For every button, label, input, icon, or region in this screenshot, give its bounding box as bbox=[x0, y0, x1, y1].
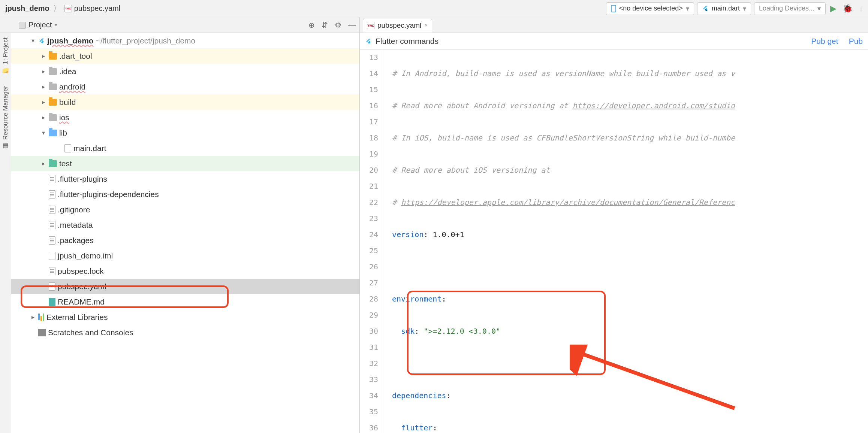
tree-item-label: .flutter-plugins bbox=[58, 175, 107, 184]
collapse-all-icon[interactable]: ⇵ bbox=[322, 21, 328, 30]
project-pane-header: Project ▾ ⊕ ⇵ ⚙ — bbox=[0, 17, 360, 33]
editor-tab-bar: YML pubspec.yaml × bbox=[360, 17, 435, 33]
line-number: 30 bbox=[360, 323, 378, 339]
tree-item-label: jpush_demo.iml bbox=[58, 251, 113, 260]
tree-item-ios[interactable]: ▸ ios bbox=[11, 110, 359, 125]
more-toolbar-button[interactable]: ⋮ bbox=[857, 4, 865, 13]
project-pane-label[interactable]: Project bbox=[28, 21, 52, 29]
editor-tab-pubspec[interactable]: YML pubspec.yaml × bbox=[363, 19, 432, 32]
settings-icon[interactable]: ⚙ bbox=[335, 21, 341, 30]
disclosure-closed-icon[interactable]: ▸ bbox=[40, 52, 46, 60]
folder-icon bbox=[49, 160, 57, 167]
tree-item-test[interactable]: ▸ test bbox=[11, 156, 359, 171]
chevron-down-icon: ▾ bbox=[743, 4, 746, 13]
sidetab-resource-manager[interactable]: ▤ Resource Manager bbox=[2, 86, 9, 150]
library-icon bbox=[38, 314, 44, 321]
line-number: 27 bbox=[360, 275, 378, 291]
hide-panel-icon[interactable]: — bbox=[348, 21, 356, 29]
tree-item-main-dart[interactable]: main.dart bbox=[11, 140, 359, 156]
tree-item-pubspec-lock[interactable]: pubspec.lock bbox=[11, 263, 359, 279]
tree-item-label: ios bbox=[59, 113, 69, 122]
disclosure-closed-icon[interactable]: ▸ bbox=[40, 68, 46, 75]
disclosure-closed-icon[interactable]: ▸ bbox=[40, 160, 46, 167]
line-number: 18 bbox=[360, 130, 378, 146]
code-text: ">=2.12.0 <3.0.0" bbox=[424, 323, 500, 339]
sub-toolbar: Project ▾ ⊕ ⇵ ⚙ — YML pubspec.yaml × bbox=[0, 17, 868, 33]
debug-button[interactable]: 🐞 bbox=[841, 2, 854, 15]
run-button[interactable]: ▶ bbox=[829, 2, 838, 15]
code-text: flutter bbox=[401, 420, 433, 433]
tree-item-lib[interactable]: ▾ lib bbox=[11, 125, 359, 140]
tree-item-label: lib bbox=[59, 128, 67, 137]
file-icon bbox=[49, 175, 55, 183]
run-config-label: main.dart bbox=[712, 4, 740, 12]
code-text: # Read more about Android versioning at bbox=[392, 98, 573, 114]
tree-item-dart-tool[interactable]: ▸ .dart_tool bbox=[11, 48, 359, 64]
tree-item-label: .dart_tool bbox=[59, 52, 92, 61]
project-tree[interactable]: ▾ jpush_demo ~/flutter_project/jpush_dem… bbox=[11, 33, 360, 433]
markdown-file-icon bbox=[49, 298, 55, 306]
breadcrumb-file-label: pubspec.yaml bbox=[74, 4, 120, 13]
tree-item-readme[interactable]: README.md bbox=[11, 294, 359, 309]
tree-item-android[interactable]: ▸ android bbox=[11, 79, 359, 94]
tree-external-libraries[interactable]: ▸ External Libraries bbox=[11, 309, 359, 325]
disclosure-closed-icon[interactable]: ▸ bbox=[40, 114, 46, 121]
code-editor[interactable]: 13 14 15 16 17 18 19 20 21 22 23 24 25 2… bbox=[360, 49, 868, 433]
code-text: 1.0.0+1 bbox=[433, 227, 464, 243]
tree-item-idea[interactable]: ▸ .idea bbox=[11, 64, 359, 79]
tree-item-label: .metadata bbox=[58, 221, 93, 230]
chevron-down-icon: ▾ bbox=[817, 4, 821, 13]
disclosure-open-icon[interactable]: ▾ bbox=[30, 37, 36, 44]
chevron-down-icon: ▾ bbox=[686, 4, 689, 13]
line-number: 23 bbox=[360, 211, 378, 227]
breadcrumb-project[interactable]: jpush_demo bbox=[3, 3, 52, 13]
loading-devices[interactable]: Loading Devices... ▾ bbox=[754, 2, 826, 15]
code-content[interactable]: # In Android, build-name is used as vers… bbox=[390, 49, 868, 433]
line-number: 17 bbox=[360, 114, 378, 130]
run-config-selector[interactable]: main.dart ▾ bbox=[697, 2, 751, 15]
tree-item-metadata[interactable]: .metadata bbox=[11, 217, 359, 233]
locate-icon[interactable]: ⊕ bbox=[308, 21, 315, 30]
line-number: 16 bbox=[360, 98, 378, 114]
file-icon bbox=[49, 236, 55, 245]
tree-item-build[interactable]: ▸ build bbox=[11, 94, 359, 110]
chevron-down-icon[interactable]: ▾ bbox=[55, 22, 57, 28]
code-text: # Read more about iOS versioning at bbox=[392, 162, 550, 178]
breadcrumb-file[interactable]: YML pubspec.yaml bbox=[62, 3, 123, 13]
line-number: 25 bbox=[360, 243, 378, 259]
line-number: 35 bbox=[360, 404, 378, 420]
tree-item-flutter-plugins[interactable]: .flutter-plugins bbox=[11, 171, 359, 187]
breadcrumb: jpush_demo 〉 YML pubspec.yaml bbox=[3, 3, 123, 13]
tree-item-gitignore[interactable]: .gitignore bbox=[11, 202, 359, 217]
folder-icon bbox=[49, 130, 57, 136]
line-number: 14 bbox=[360, 66, 378, 82]
device-selector[interactable]: <no device selected> ▾ bbox=[606, 2, 694, 15]
pub-get-link[interactable]: Pub get bbox=[811, 37, 838, 46]
disclosure-closed-icon[interactable]: ▸ bbox=[40, 99, 46, 106]
tree-item-flutter-plugins-deps[interactable]: .flutter-plugins-dependencies bbox=[11, 187, 359, 202]
disclosure-open-icon[interactable]: ▾ bbox=[40, 129, 46, 136]
disclosure-closed-icon[interactable]: ▸ bbox=[40, 83, 46, 90]
line-number: 36 bbox=[360, 420, 378, 433]
tree-item-pubspec-yaml[interactable]: YML pubspec.yaml bbox=[11, 279, 359, 294]
tree-item-label: .gitignore bbox=[58, 205, 90, 214]
close-tab-icon[interactable]: × bbox=[424, 22, 428, 29]
project-view-icon bbox=[19, 22, 25, 28]
line-number: 26 bbox=[360, 259, 378, 275]
code-text: https://developer.android.com/studio bbox=[573, 98, 735, 114]
tree-item-iml[interactable]: jpush_demo.iml bbox=[11, 248, 359, 263]
line-number: 31 bbox=[360, 339, 378, 355]
device-selector-label: <no device selected> bbox=[619, 4, 683, 12]
pub-link[interactable]: Pub bbox=[849, 37, 863, 46]
phone-icon bbox=[611, 5, 616, 12]
sidetab-project[interactable]: 📁 1: Project bbox=[1, 37, 9, 75]
dart-file-icon bbox=[64, 144, 71, 152]
sidetab-resource-manager-label: Resource Manager bbox=[2, 86, 9, 140]
code-text: # In Android, build-name is used as vers… bbox=[392, 66, 735, 82]
tree-item-packages[interactable]: .packages bbox=[11, 233, 359, 248]
disclosure-closed-icon[interactable]: ▸ bbox=[30, 314, 36, 321]
folder-icon bbox=[49, 84, 57, 90]
tree-scratches[interactable]: Scratches and Consoles bbox=[11, 325, 359, 340]
tree-root[interactable]: ▾ jpush_demo ~/flutter_project/jpush_dem… bbox=[11, 33, 359, 48]
code-text: sdk bbox=[401, 323, 415, 339]
